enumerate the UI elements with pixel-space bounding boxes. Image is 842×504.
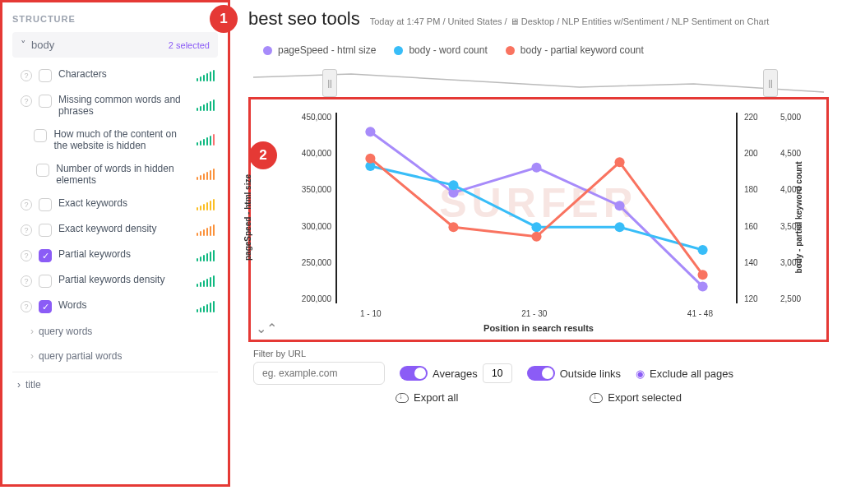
controls-bar: Filter by URL Averages Outside links ◉ E… <box>248 342 829 404</box>
exclude-label: Exclude all pages <box>650 368 733 380</box>
outside-links-toggle[interactable] <box>527 366 555 381</box>
checkbox[interactable] <box>39 95 52 108</box>
sidebar-item[interactable]: ?Partial keywords density <box>12 268 218 294</box>
group-body[interactable]: ˅ body 2 selected <box>12 32 218 58</box>
sidebar-item[interactable]: ?✓Words <box>12 294 218 319</box>
svg-point-12 <box>531 232 541 242</box>
filter-url-input[interactable] <box>253 362 385 385</box>
signal-bars-icon <box>197 301 215 312</box>
item-label: Number of words in hidden elements <box>56 163 185 186</box>
checkbox[interactable] <box>34 129 47 142</box>
item-label: Exact keywords <box>58 197 127 209</box>
subgroup-query-words[interactable]: › query words <box>12 319 218 344</box>
y-ticks-right2: 5,0004,5004,0003,5003,0002,500 <box>780 113 812 303</box>
svg-point-3 <box>614 201 624 210</box>
legend-item[interactable]: pageSpeed - html size <box>263 44 376 56</box>
export-all-button[interactable]: Export all <box>396 391 458 404</box>
item-label: Partial keywords <box>58 248 131 260</box>
signal-bars-icon <box>197 199 215 210</box>
x-ticks: 1 - 1021 - 3041 - 48 <box>335 309 738 318</box>
help-icon[interactable]: ? <box>21 301 32 312</box>
checkbox[interactable] <box>39 275 52 288</box>
outside-links-control[interactable]: Outside links <box>527 366 621 381</box>
help-icon[interactable]: ? <box>21 70 32 81</box>
checkbox[interactable] <box>39 198 52 211</box>
x-axis-label: Position in search results <box>257 323 820 333</box>
zoom-icon[interactable]: ⌄⌃ <box>256 321 277 336</box>
group-label: body <box>31 39 54 51</box>
main-chart[interactable]: SURFER pageSpeed - html size body - part… <box>257 106 820 336</box>
signal-bars-icon <box>197 275 215 287</box>
svg-point-2 <box>531 163 541 173</box>
main-panel: best seo tools Today at 1:47 PM / United… <box>230 0 842 504</box>
sidebar-item[interactable]: ?Characters <box>12 62 218 88</box>
chevron-down-icon: ˅ <box>21 39 26 51</box>
export-all-label: Export all <box>414 391 458 404</box>
signal-bars-icon <box>197 169 215 180</box>
averages-control[interactable]: Averages <box>400 363 512 383</box>
sidebar-item[interactable]: ?Missing common words and phrases <box>12 88 218 123</box>
svg-point-13 <box>614 157 624 167</box>
averages-input[interactable] <box>483 363 512 383</box>
legend-label: pageSpeed - html size <box>278 44 376 56</box>
signal-bars-icon <box>197 134 215 146</box>
sidebar-item[interactable]: ?✓Partial keywords <box>12 243 218 268</box>
page-meta: Today at 1:47 PM / United States / 🖥 Des… <box>370 16 770 26</box>
svg-point-7 <box>531 222 541 232</box>
subgroup-label: query partial words <box>39 350 122 362</box>
legend-label: body - word count <box>409 44 487 56</box>
chevron-right-icon: › <box>30 326 34 337</box>
checkbox[interactable]: ✓ <box>39 249 52 262</box>
chevron-right-icon: › <box>17 379 21 391</box>
averages-toggle[interactable] <box>400 366 428 381</box>
item-label: Exact keyword density <box>58 223 156 234</box>
group-title[interactable]: › title <box>12 372 218 397</box>
svg-point-4 <box>698 282 708 292</box>
export-selected-button[interactable]: Export selected <box>590 391 682 404</box>
export-selected-label: Export selected <box>608 391 682 404</box>
legend-item[interactable]: body - partial keyword count <box>506 44 644 56</box>
range-handle-right[interactable]: || <box>763 69 778 97</box>
svg-point-8 <box>614 222 624 232</box>
legend-label: body - partial keyword count <box>520 44 644 56</box>
chart-legend: pageSpeed - html sizebody - word countbo… <box>248 39 829 64</box>
subgroup-label: query words <box>39 326 92 337</box>
help-icon[interactable]: ? <box>21 250 32 261</box>
cloud-download-icon <box>396 393 409 403</box>
group-selected-count: 2 selected <box>169 40 210 50</box>
help-icon[interactable]: ? <box>21 224 32 236</box>
sidebar-item[interactable]: ?Exact keyword density <box>12 217 218 243</box>
signal-bars-icon <box>197 250 215 261</box>
checkbox[interactable] <box>39 69 52 82</box>
help-icon[interactable]: ? <box>21 199 32 210</box>
structure-sidebar: STRUCTURE ˅ body 2 selected ?Characters?… <box>0 0 230 487</box>
checkbox[interactable]: ✓ <box>39 300 52 313</box>
signal-bars-icon <box>197 224 215 236</box>
help-icon[interactable]: ? <box>21 275 32 287</box>
sidebar-item[interactable]: How much of the content on the website i… <box>12 123 218 157</box>
legend-dot-icon <box>263 46 272 55</box>
page-title: best seo tools <box>248 8 360 30</box>
sidebar-item[interactable]: Number of words in hidden elements <box>12 157 218 192</box>
callout-badge-1: 1 <box>210 5 238 33</box>
sidebar-title: STRUCTURE <box>12 9 218 32</box>
callout-badge-2: 2 <box>249 141 277 169</box>
checkbox[interactable] <box>39 224 52 237</box>
svg-point-14 <box>698 270 708 280</box>
chevron-right-icon: › <box>30 350 34 362</box>
y-ticks-left: 450,000400,000350,000300,000250,000200,0… <box>290 113 331 303</box>
sidebar-item[interactable]: ?Exact keywords <box>12 192 218 217</box>
exclude-pages-control[interactable]: ◉ Exclude all pages <box>636 368 733 380</box>
range-handle-left[interactable]: || <box>322 69 337 97</box>
legend-dot-icon <box>506 46 515 55</box>
legend-item[interactable]: body - word count <box>394 44 487 56</box>
help-icon[interactable]: ? <box>21 95 32 107</box>
item-label: Characters <box>58 68 107 80</box>
checkbox[interactable] <box>36 164 49 177</box>
subgroup-query-partial-words[interactable]: › query partial words <box>12 344 218 368</box>
svg-point-11 <box>448 222 458 232</box>
y-axis-left-label: pageSpeed - html size <box>243 174 252 261</box>
item-label: Words <box>58 299 86 311</box>
group-label: title <box>25 379 41 391</box>
filter-label: Filter by URL <box>248 349 829 358</box>
